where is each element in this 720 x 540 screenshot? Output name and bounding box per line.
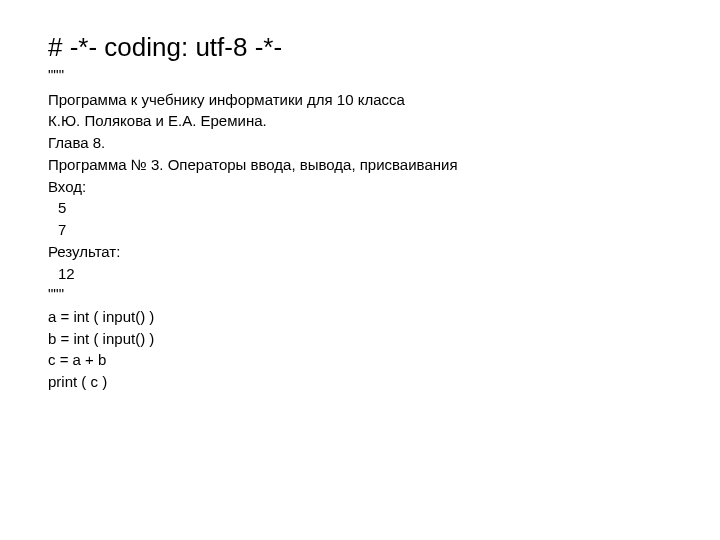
code-line: b = int ( input() ) — [48, 328, 672, 350]
doc-line: Результат: — [48, 241, 672, 263]
doc-line: Вход: — [48, 176, 672, 198]
doc-line: Программа к учебнику информатики для 10 … — [48, 89, 672, 111]
doc-line: Программа № 3. Операторы ввода, вывода, … — [48, 154, 672, 176]
code-line: c = a + b — [48, 349, 672, 371]
doc-line: Глава 8. — [48, 132, 672, 154]
doc-input-value: 7 — [48, 219, 672, 241]
doc-line: К.Ю. Полякова и Е.А. Еремина. — [48, 110, 672, 132]
docstring-close: """ — [48, 284, 672, 304]
doc-input-value: 5 — [48, 197, 672, 219]
docstring-body: Программа к учебнику информатики для 10 … — [48, 89, 672, 285]
doc-output-value: 12 — [48, 263, 672, 285]
code-line: a = int ( input() ) — [48, 306, 672, 328]
coding-declaration: # -*- coding: utf-8 -*- — [48, 32, 672, 63]
code-block: a = int ( input() ) b = int ( input() ) … — [48, 306, 672, 393]
code-line: print ( c ) — [48, 371, 672, 393]
docstring-open: """ — [48, 65, 672, 85]
